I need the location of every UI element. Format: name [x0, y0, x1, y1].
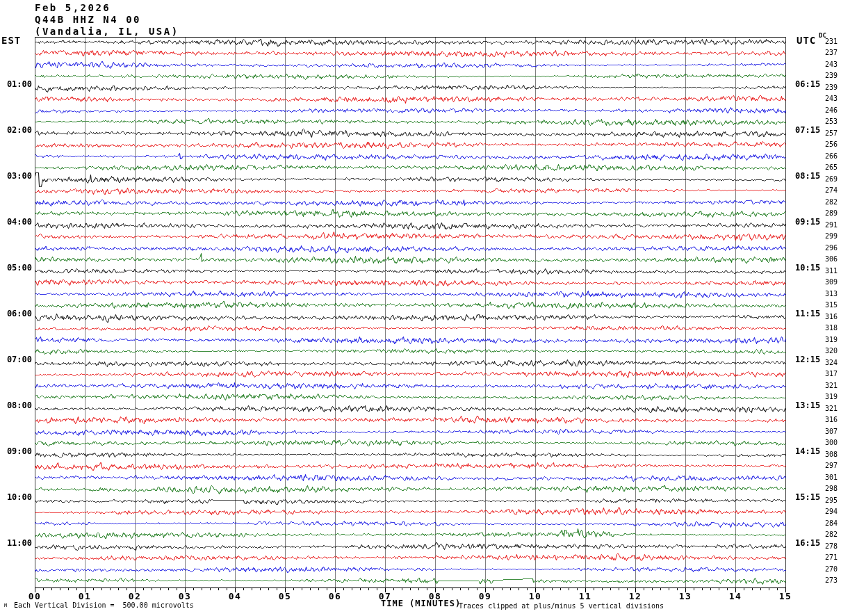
x-tick-label: 00 — [19, 592, 50, 601]
est-hour-label: 07:00 — [1, 355, 32, 364]
vertical-division-note: Each Vertical Division = 500.00 microvol… — [14, 602, 194, 609]
helicorder-page: Feb 5,2026 Q44B HHZ N4 00 (Vandalia, IL,… — [0, 0, 841, 616]
dc-value: 313 — [825, 291, 838, 298]
utc-axis-header: UTC — [797, 35, 816, 45]
utc-hour-label: 08:15 — [795, 172, 827, 180]
x-tick-label: 02 — [120, 592, 150, 601]
dc-value: 295 — [825, 497, 838, 504]
dc-value: 321 — [825, 405, 838, 412]
dc-value: 311 — [825, 268, 838, 275]
dc-value: 243 — [825, 95, 838, 102]
utc-hour-label: 15:15 — [795, 493, 827, 501]
est-hour-label: 05:00 — [1, 264, 32, 272]
dc-value: 309 — [825, 279, 838, 286]
dc-value: 308 — [825, 451, 838, 458]
x-tick-label: 13 — [670, 592, 701, 601]
x-tick-label: 09 — [470, 592, 500, 601]
utc-hour-label: 07:15 — [795, 126, 827, 134]
dc-value: 315 — [825, 302, 838, 309]
dc-value: 278 — [825, 543, 838, 550]
x-axis-title: TIME (MINUTES) — [381, 599, 461, 608]
est-hour-label: 08:00 — [1, 401, 32, 410]
dc-value: 317 — [825, 371, 838, 378]
dc-value: 298 — [825, 485, 838, 492]
dc-value: 301 — [825, 474, 838, 481]
utc-hour-label: 10:15 — [795, 264, 827, 272]
dc-value: 231 — [825, 38, 838, 45]
dc-value: 253 — [825, 118, 838, 125]
x-tick-label: 01 — [70, 592, 100, 601]
dc-value: 266 — [825, 153, 838, 160]
utc-hour-label: 12:15 — [795, 355, 827, 364]
dc-value: 296 — [825, 245, 838, 252]
x-tick-label: 12 — [620, 592, 651, 601]
dc-value: 274 — [825, 187, 838, 194]
header-date: Feb 5,2026 — [35, 3, 111, 13]
est-hour-label: 04:00 — [1, 218, 32, 226]
est-hour-label: 09:00 — [1, 447, 32, 455]
x-tick-label: 15 — [770, 592, 801, 601]
x-tick-label: 04 — [220, 592, 250, 601]
dc-value: 307 — [825, 428, 838, 435]
est-axis-header: EST — [1, 35, 21, 45]
x-tick-label: 05 — [270, 592, 300, 601]
dc-value: 299 — [825, 233, 838, 240]
x-tick-label: 06 — [320, 592, 350, 601]
dc-value: 265 — [825, 164, 838, 171]
x-tick-label: 10 — [520, 592, 550, 601]
dc-value: 282 — [825, 199, 838, 206]
est-hour-label: 10:00 — [1, 493, 32, 501]
dc-value: 257 — [825, 130, 838, 137]
dc-value: 294 — [825, 508, 838, 515]
clipping-note: Traces clipped at plus/minus 5 vertical … — [459, 603, 664, 610]
dc-value: 291 — [825, 222, 838, 229]
dc-value: 256 — [825, 141, 838, 148]
utc-hour-label: 13:15 — [795, 401, 827, 410]
est-hour-label: 02:00 — [1, 126, 32, 134]
dc-value: 316 — [825, 416, 838, 423]
corner-mark: M — [4, 603, 7, 608]
dc-value: 306 — [825, 256, 838, 263]
dc-value: 318 — [825, 325, 838, 332]
seismogram-canvas — [0, 0, 841, 616]
dc-value: 271 — [825, 554, 838, 561]
header-location: (Vandalia, IL, USA) — [35, 26, 179, 36]
dc-value: 319 — [825, 337, 838, 343]
est-hour-label: 11:00 — [1, 539, 32, 547]
dc-value: 284 — [825, 520, 838, 527]
dc-value: 324 — [825, 359, 838, 366]
dc-value: 320 — [825, 348, 838, 355]
dc-value: 246 — [825, 107, 838, 114]
dc-value: 269 — [825, 176, 838, 183]
dc-value: 316 — [825, 314, 838, 321]
est-hour-label: 06:00 — [1, 309, 32, 318]
dc-value: 239 — [825, 72, 838, 79]
dc-value: 297 — [825, 462, 838, 469]
dc-value: 243 — [825, 61, 838, 68]
dc-value: 319 — [825, 394, 838, 400]
dc-value: 270 — [825, 566, 838, 573]
x-tick-label: 14 — [720, 592, 751, 601]
utc-hour-label: 14:15 — [795, 447, 827, 455]
dc-value: 273 — [825, 577, 838, 584]
utc-hour-label: 06:15 — [795, 80, 827, 88]
x-tick-label: 11 — [570, 592, 601, 601]
est-hour-label: 01:00 — [1, 80, 32, 88]
utc-hour-label: 16:15 — [795, 539, 827, 547]
x-tick-label: 03 — [170, 592, 200, 601]
utc-hour-label: 09:15 — [795, 218, 827, 226]
dc-value: 289 — [825, 210, 838, 217]
dc-value: 239 — [825, 84, 838, 91]
dc-value: 237 — [825, 49, 838, 56]
dc-value: 282 — [825, 531, 838, 538]
header-station: Q44B HHZ N4 00 — [35, 15, 141, 24]
est-hour-label: 03:00 — [1, 172, 32, 180]
dc-value: 300 — [825, 439, 838, 446]
dc-value: 321 — [825, 382, 838, 389]
utc-hour-label: 11:15 — [795, 309, 827, 318]
